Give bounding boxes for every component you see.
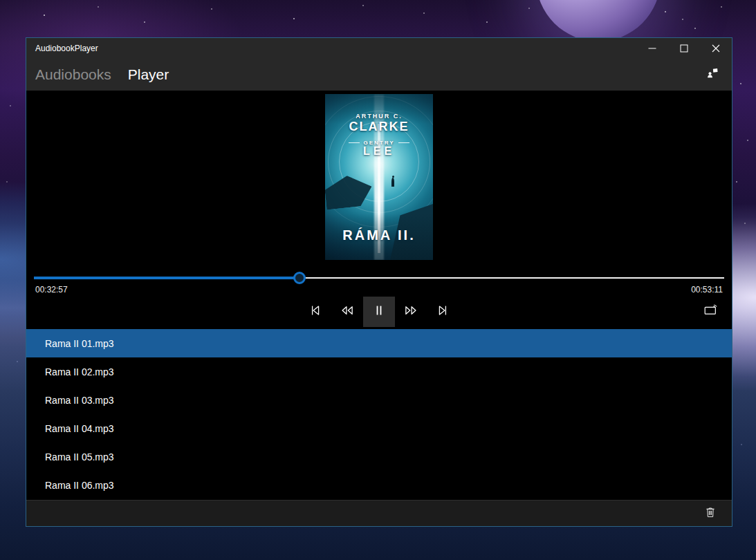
command-bar	[26, 500, 732, 526]
previous-track-button[interactable]	[299, 297, 331, 327]
trash-icon	[703, 505, 717, 522]
seek-thumb[interactable]	[293, 272, 306, 284]
playlist-row[interactable]: Rama II 06.mp3	[26, 471, 732, 499]
titlebar[interactable]: AudiobookPlayer	[26, 38, 732, 59]
fast-forward-icon	[403, 303, 418, 321]
cover-author-line2: CLARKE	[325, 120, 433, 134]
playlist-row[interactable]: Rama II 04.mp3	[26, 414, 732, 442]
cover-coauthor-line2: LEE	[325, 145, 433, 158]
rewind-icon	[340, 303, 355, 321]
playlist-row[interactable]: Rama II 02.mp3	[26, 357, 732, 386]
maximize-icon	[680, 44, 688, 53]
playlist-row[interactable]: Rama II 03.mp3	[26, 386, 732, 414]
cast-icon	[703, 303, 718, 321]
pause-icon	[371, 303, 387, 321]
stars	[0, 0, 1, 1]
time-labels: 00:32:57 00:53:11	[35, 285, 723, 295]
minimize-icon	[648, 44, 656, 53]
album-art: ARTHUR C. CLARKE GENTRY LEE RÁMA II.	[325, 94, 433, 260]
app-window: AudiobookPlayer Audiobooks Player	[26, 37, 732, 527]
seek-fill	[34, 277, 299, 279]
pivot-nav: Audiobooks Player	[26, 59, 732, 91]
close-icon	[712, 44, 720, 53]
transport-controls	[26, 297, 732, 327]
planet	[536, 0, 661, 41]
cast-button[interactable]	[694, 297, 726, 327]
tab-player[interactable]: Player	[128, 66, 169, 83]
close-button[interactable]	[700, 38, 732, 59]
total-time: 00:53:11	[691, 285, 723, 295]
person-with-square-icon	[706, 66, 719, 83]
window-controls	[636, 38, 732, 59]
seek-slider[interactable]	[34, 272, 724, 284]
next-track-button[interactable]	[427, 297, 459, 327]
tab-audiobooks[interactable]: Audiobooks	[35, 66, 111, 83]
fast-forward-button[interactable]	[395, 297, 427, 327]
playlist-row[interactable]: Rama II 05.mp3	[26, 442, 732, 471]
cover-book-title: RÁMA II.	[325, 227, 433, 243]
previous-track-icon	[308, 303, 323, 321]
elapsed-time: 00:32:57	[35, 285, 68, 295]
cover-author-line1: ARTHUR C.	[325, 113, 433, 120]
playlist-row[interactable]: Rama II 01.mp3	[26, 329, 732, 357]
mini-player-button[interactable]	[702, 64, 723, 85]
next-track-icon	[435, 303, 450, 321]
delete-button[interactable]	[694, 501, 726, 527]
playlist: Rama II 01.mp3 Rama II 02.mp3 Rama II 03…	[26, 329, 732, 499]
app-title: AudiobookPlayer	[35, 44, 98, 53]
player-page: ARTHUR C. CLARKE GENTRY LEE RÁMA II. 00:…	[26, 91, 732, 526]
rewind-button[interactable]	[331, 297, 363, 327]
pause-button[interactable]	[363, 297, 395, 327]
minimize-button[interactable]	[636, 38, 668, 59]
maximize-button[interactable]	[668, 38, 700, 59]
